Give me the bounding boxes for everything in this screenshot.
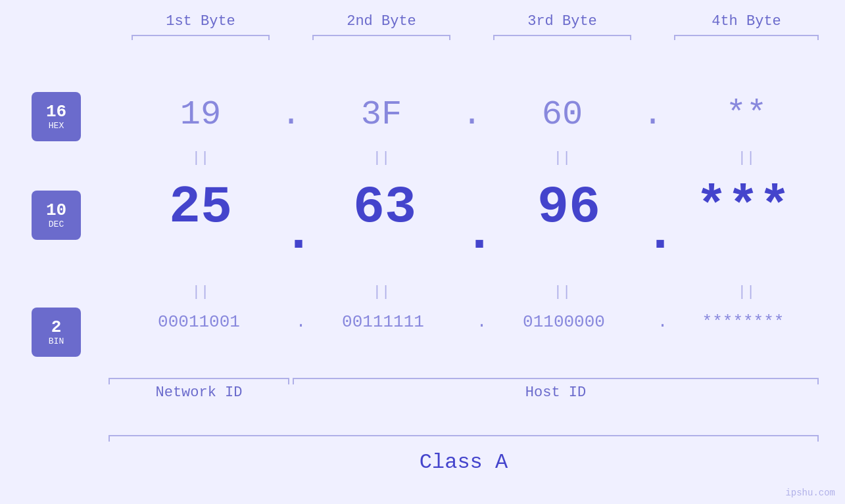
bin-byte1: 00011001 xyxy=(109,312,289,332)
host-id-label: Host ID xyxy=(293,384,819,401)
bin-byte3: 01100000 xyxy=(473,312,654,332)
hex-dot3: . xyxy=(635,95,671,134)
host-id-bracket: Host ID xyxy=(293,378,819,401)
dec-badge: 10 DEC xyxy=(32,191,81,240)
eq1-byte3: || xyxy=(493,150,631,166)
hex-byte3: 60 xyxy=(493,95,631,134)
class-label: Class A xyxy=(109,450,819,474)
page: 1st Byte 2nd Byte 3rd Byte 4th Byte 16 H… xyxy=(0,0,845,504)
hex-badge: 16 HEX xyxy=(32,92,81,141)
byte4-label: 4th Byte xyxy=(674,13,819,36)
hex-dot1: . xyxy=(273,95,309,134)
hex-byte1: 19 xyxy=(132,95,270,134)
eq2-byte2: || xyxy=(312,284,450,300)
eq2-byte1: || xyxy=(132,284,270,300)
hex-dot2: . xyxy=(454,95,490,134)
eq2-byte3: || xyxy=(493,284,631,300)
eq1-byte1: || xyxy=(132,150,270,166)
byte1-label: 1st Byte xyxy=(132,13,270,36)
hex-byte2: 3F xyxy=(312,95,450,134)
bin-byte4: ******** xyxy=(658,312,829,332)
network-id-label: Network ID xyxy=(109,384,289,401)
dec-byte1: 25 xyxy=(112,177,289,237)
eq2-byte4: || xyxy=(674,284,819,300)
class-bracket xyxy=(109,435,819,436)
byte2-label: 2nd Byte xyxy=(312,13,450,36)
dec-byte2: 63 xyxy=(296,177,473,237)
eq1-byte2: || xyxy=(312,150,450,166)
eq1-byte4: || xyxy=(674,150,819,166)
bin-badge: 2 BIN xyxy=(32,308,81,357)
hex-byte4: ** xyxy=(674,95,819,134)
byte3-label: 3rd Byte xyxy=(493,13,631,36)
network-id-bracket: Network ID xyxy=(109,378,289,401)
dec-byte3: 96 xyxy=(480,177,658,237)
watermark: ipshu.com xyxy=(785,487,835,499)
dec-byte4: *** xyxy=(658,177,829,237)
bin-byte2: 00111111 xyxy=(293,312,473,332)
